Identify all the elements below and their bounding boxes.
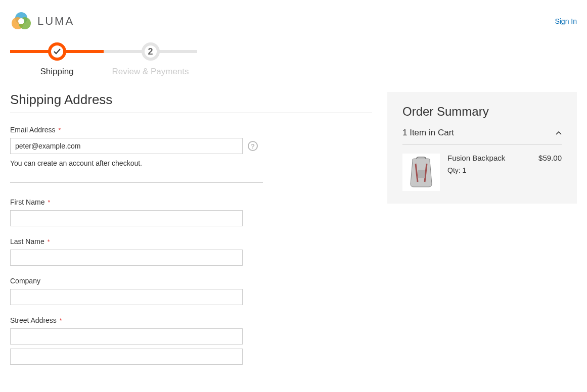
firstname-field-wrap: First Name	[10, 198, 372, 226]
cart-item: Fusion Backpack Qty: 1 $59.00	[402, 144, 562, 191]
order-summary-title: Order Summary	[402, 105, 562, 119]
street-field-wrap: Street Address	[10, 316, 372, 365]
product-qty: Qty: 1	[447, 166, 538, 174]
checkmark-icon	[53, 47, 61, 56]
product-price: $59.00	[538, 154, 562, 191]
email-label: Email Address	[10, 126, 372, 134]
street-input-1[interactable]	[10, 328, 243, 345]
product-thumbnail	[402, 154, 440, 191]
logo-text: LUMA	[37, 15, 74, 28]
order-summary: Order Summary 1 Item in Cart	[387, 92, 577, 204]
firstname-label: First Name	[10, 198, 372, 206]
checkout-progress: Shipping 2 Review & Payments	[10, 42, 577, 77]
shipping-form: Shipping Address Email Address ? You can…	[10, 92, 372, 376]
email-note: You can create an account after checkout…	[10, 159, 372, 167]
email-field-wrap: Email Address ? You can create an accoun…	[10, 126, 372, 167]
logo-icon	[10, 10, 32, 32]
firstname-input[interactable]	[10, 210, 243, 226]
lastname-field-wrap: Last Name	[10, 237, 372, 266]
email-input[interactable]	[10, 138, 243, 154]
lastname-label: Last Name	[10, 237, 372, 246]
divider	[10, 182, 263, 183]
svg-rect-4	[418, 170, 425, 178]
company-field-wrap: Company	[10, 277, 372, 305]
step-review: 2 Review & Payments	[104, 42, 197, 77]
step-shipping-label: Shipping	[40, 67, 73, 77]
step-review-circle: 2	[142, 42, 160, 61]
svg-point-3	[18, 18, 24, 24]
street-input-2[interactable]	[10, 349, 243, 365]
step-review-label: Review & Payments	[112, 67, 189, 77]
signin-link[interactable]: Sign In	[555, 17, 577, 25]
company-input[interactable]	[10, 289, 243, 305]
chevron-up-icon	[556, 129, 562, 137]
step-shipping: Shipping	[10, 42, 104, 77]
company-label: Company	[10, 277, 372, 285]
header: LUMA Sign In	[10, 10, 577, 42]
logo[interactable]: LUMA	[10, 10, 74, 32]
cart-count: 1 Item in Cart	[402, 128, 454, 138]
cart-toggle[interactable]: 1 Item in Cart	[402, 128, 562, 144]
street-label: Street Address	[10, 316, 372, 324]
section-title: Shipping Address	[10, 92, 372, 113]
step-shipping-circle	[48, 42, 66, 61]
help-icon[interactable]: ?	[248, 141, 258, 151]
product-name: Fusion Backpack	[447, 154, 538, 162]
lastname-input[interactable]	[10, 250, 243, 266]
